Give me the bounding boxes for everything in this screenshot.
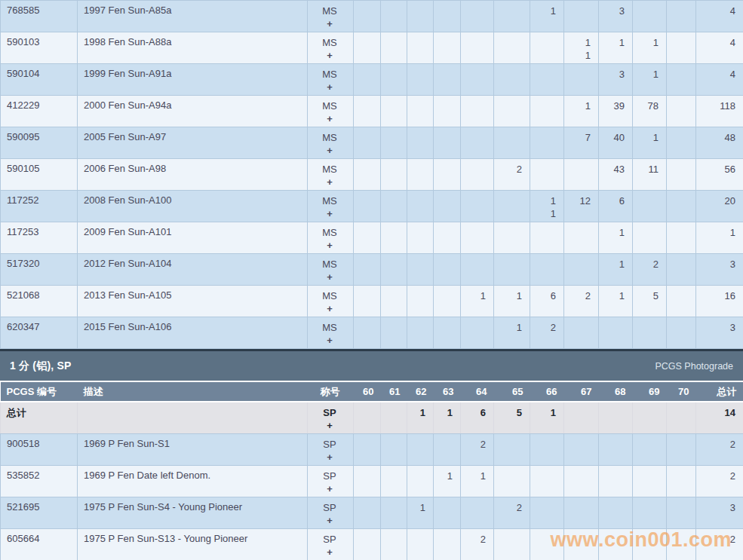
table-row: 5358521969 P Fen Date left Denom.SP+112 <box>1 466 743 497</box>
designation-prefix: MS <box>314 99 345 112</box>
plus-designation: + <box>314 482 345 495</box>
pcgs-number-link[interactable]: 605664 <box>1 529 78 560</box>
grade-69-cell <box>633 434 667 466</box>
grade-62-cell <box>407 286 434 317</box>
grade-65-cell <box>494 64 530 96</box>
table-row: 5216951975 P Fen Sun-S4 - Young PioneerS… <box>1 497 743 529</box>
pcgs-number-link[interactable]: 117252 <box>1 191 78 222</box>
table-row: 5210682013 Fen Sun-A105MS+11621516 <box>1 286 743 317</box>
grade-68-cell <box>599 402 633 434</box>
grade-60-cell <box>354 1 381 32</box>
grade-67-cell: 2 <box>564 286 599 317</box>
grade-70-cell <box>667 222 696 254</box>
section-title: 1 分 (铝), SP <box>10 360 72 373</box>
grade-70-cell <box>667 64 696 96</box>
grade-64-cell: 1 <box>461 286 494 317</box>
grade-70-cell <box>667 497 696 529</box>
grade-64-cell: 6 <box>461 402 494 434</box>
grade-60-cell <box>354 64 381 96</box>
grade-65-cell <box>494 127 530 159</box>
row-total-cell: 16 <box>696 286 743 317</box>
totals-label: 总计 <box>1 402 78 434</box>
row-total-cell: 14 <box>696 402 743 434</box>
designation-cell: MS+ <box>308 254 354 286</box>
grade-69-cell <box>633 191 667 222</box>
grade-69-cell <box>633 497 667 529</box>
grade-64-cell <box>461 497 494 529</box>
grade-65-cell: 1 <box>494 286 530 317</box>
grade-66-cell <box>530 159 564 191</box>
pcgs-number-link[interactable]: 590104 <box>1 64 78 96</box>
grade-61-cell <box>381 191 407 222</box>
plus-designation: + <box>314 302 345 315</box>
col-header-grade-68: 68 <box>599 382 633 402</box>
designation-prefix: MS <box>314 131 345 144</box>
grade-66-cell: 1 <box>530 1 564 32</box>
pcgs-number-link[interactable]: 117253 <box>1 222 78 254</box>
grade-63-cell <box>434 317 461 349</box>
col-header-grade-61: 61 <box>381 382 407 402</box>
grade-69-cell: 1 <box>633 127 667 159</box>
grade-66-cell <box>530 497 564 529</box>
pcgs-number-link[interactable]: 517320 <box>1 254 78 286</box>
pcgs-number-link[interactable]: 535852 <box>1 466 78 497</box>
coin-description: 2009 Fen Sun-A101 <box>78 222 308 254</box>
plus-designation: + <box>314 271 345 283</box>
grade-62-cell: 1 <box>407 402 434 434</box>
col-header-grade-66: 66 <box>530 382 564 402</box>
designation-prefix: MS <box>314 226 345 239</box>
grade-68-cell: 1 <box>599 286 633 317</box>
grade-61-cell <box>381 317 407 349</box>
designation-cell: MS+ <box>308 191 354 222</box>
pcgs-number-link[interactable]: 521695 <box>1 497 78 529</box>
coin-description: 2015 Fen Sun-A106 <box>78 317 308 349</box>
pcgs-number-link[interactable]: 590105 <box>1 159 78 191</box>
pcgs-number-link[interactable]: 521068 <box>1 286 78 317</box>
grade-64-cell: 1 <box>461 466 494 497</box>
photograde-link[interactable]: PCGS Photograde <box>655 361 733 372</box>
pcgs-number-link[interactable]: 620347 <box>1 317 78 349</box>
grade-70-cell <box>667 402 696 434</box>
grade-69-cell <box>633 466 667 497</box>
grade-61-cell <box>381 529 407 560</box>
grade-61-cell <box>381 159 407 191</box>
grade-62-cell <box>407 191 434 222</box>
row-total-cell: 2 <box>696 529 743 560</box>
pcgs-number-link[interactable]: 412229 <box>1 96 78 127</box>
grade-70-cell <box>667 96 696 127</box>
grade-67-cell <box>564 254 599 286</box>
pcgs-number-link[interactable]: 590103 <box>1 32 78 64</box>
row-total-cell: 4 <box>696 32 743 64</box>
grade-62-cell <box>407 466 434 497</box>
grade-68-cell: 1 <box>599 254 633 286</box>
coin-description: 1975 P Fen Sun-S4 - Young Pioneer <box>78 497 308 529</box>
grade-61-cell <box>381 1 407 32</box>
grade-69-cell: 11 <box>633 159 667 191</box>
pcgs-number-link[interactable]: 900518 <box>1 434 78 466</box>
grade-67-cell <box>564 317 599 349</box>
grade-69-cell: 5 <box>633 286 667 317</box>
grade-60-cell <box>354 497 381 529</box>
pcgs-number-link[interactable]: 768585 <box>1 1 78 32</box>
designation-cell: SP+ <box>308 402 354 434</box>
plus-designation: + <box>314 239 345 252</box>
grade-68-cell: 40 <box>599 127 633 159</box>
grade-67-cell: 1 <box>564 96 599 127</box>
designation-prefix: SP <box>314 406 345 419</box>
plus-designation: + <box>314 81 345 93</box>
pcgs-number-link[interactable]: 590095 <box>1 127 78 159</box>
table-row: 4122292000 Fen Sun-A94aMS+13978118 <box>1 96 743 127</box>
grade-68-cell <box>599 317 633 349</box>
grade-61-cell <box>381 434 407 466</box>
grade-60-cell <box>354 434 381 466</box>
grade-67-cell: 1 1 <box>564 32 599 64</box>
grade-65-cell: 5 <box>494 402 530 434</box>
designation-prefix: MS <box>314 289 345 302</box>
col-header-grade-63: 63 <box>434 382 461 402</box>
population-report-page: 7685851997 Fen Sun-A85aMS+1345901031998 … <box>0 0 743 560</box>
grade-63-cell <box>434 1 461 32</box>
grade-68-cell: 3 <box>599 64 633 96</box>
row-total-cell: 48 <box>696 127 743 159</box>
plus-designation: + <box>314 546 345 558</box>
grade-70-cell <box>667 159 696 191</box>
